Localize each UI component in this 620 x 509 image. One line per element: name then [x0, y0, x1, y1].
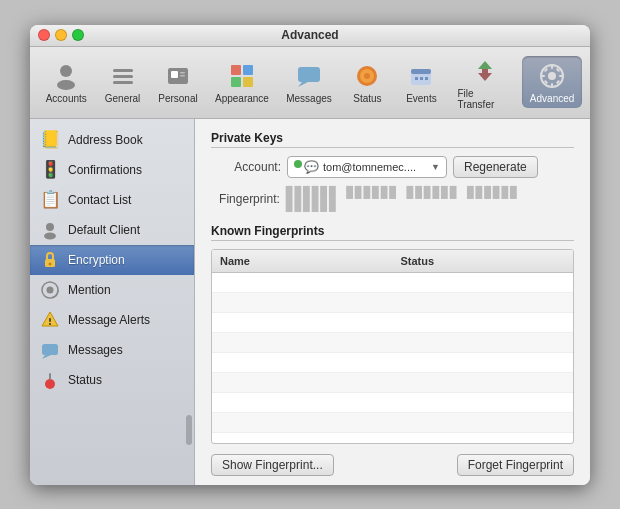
svg-point-46 [45, 379, 55, 389]
svg-rect-10 [243, 65, 253, 75]
account-label: Account: [211, 160, 281, 174]
svg-rect-13 [298, 67, 320, 82]
svg-rect-11 [231, 77, 241, 87]
sidebar-label-encryption: Encryption [68, 253, 125, 267]
sidebar-item-mention[interactable]: Mention [30, 275, 194, 305]
sidebar-label-address-book: Address Book [68, 133, 143, 147]
fingerprint-value: ██████ ██████ ██████ ██████ ██████ [286, 186, 574, 212]
fingerprints-table: Name Status [211, 249, 574, 444]
body: 📒 Address Book 🚦 Confirmations 📋 Contact… [30, 119, 590, 485]
svg-rect-47 [49, 373, 51, 380]
known-fingerprints-title: Known Fingerprints [211, 224, 574, 241]
private-keys-title: Private Keys [211, 131, 574, 148]
toolbar-item-messages[interactable]: Messages [279, 56, 340, 108]
svg-rect-21 [420, 77, 423, 80]
svg-rect-29 [541, 75, 545, 77]
title-bar: Advanced [30, 25, 590, 47]
sidebar-label-messages-sub: Messages [68, 343, 123, 357]
svg-rect-12 [243, 77, 253, 87]
default-client-icon [40, 220, 60, 240]
message-alerts-icon [40, 310, 60, 330]
advanced-icon [536, 60, 568, 92]
svg-point-40 [47, 286, 54, 293]
account-value: tom@tomnemec.... [323, 161, 427, 173]
file-transfer-icon [469, 55, 501, 87]
sidebar-item-encryption[interactable]: Encryption [30, 245, 194, 275]
table-header: Name Status [212, 250, 573, 273]
svg-rect-4 [113, 81, 133, 84]
confirmations-icon: 🚦 [40, 160, 60, 180]
svg-rect-7 [180, 72, 185, 74]
toolbar-item-personal[interactable]: Personal [151, 56, 206, 108]
personal-icon [162, 60, 194, 92]
personal-label: Personal [158, 93, 197, 104]
svg-point-0 [60, 65, 72, 77]
mention-icon [40, 280, 60, 300]
toolbar-item-advanced[interactable]: Advanced [522, 56, 582, 108]
main-content: Private Keys Account: 💬 tom@tomnemec....… [195, 119, 590, 485]
sidebar-label-status-sub: Status [68, 373, 102, 387]
toolbar-item-appearance[interactable]: Appearance [207, 56, 276, 108]
svg-rect-42 [49, 318, 51, 322]
known-fingerprints: Known Fingerprints Name Status [211, 224, 574, 444]
account-select[interactable]: 💬 tom@tomnemec.... ▼ [287, 156, 447, 178]
table-row [212, 293, 573, 313]
events-label: Events [406, 93, 437, 104]
forget-fingerprint-button[interactable]: Forget Fingerprint [457, 454, 574, 476]
sidebar-label-default-client: Default Client [68, 223, 140, 237]
table-row [212, 393, 573, 413]
status-sub-icon [40, 370, 60, 390]
toolbar-item-accounts[interactable]: Accounts [38, 56, 95, 108]
events-icon [405, 60, 437, 92]
regenerate-button[interactable]: Regenerate [453, 156, 538, 178]
svg-point-35 [46, 223, 54, 231]
sidebar-scrollbar[interactable] [186, 415, 192, 445]
maximize-button[interactable] [72, 29, 84, 41]
window-title: Advanced [281, 28, 338, 42]
table-row [212, 373, 573, 393]
bottom-buttons: Show Fingerprint... Forget Fingerprint [211, 454, 574, 476]
encryption-icon [40, 250, 60, 270]
show-fingerprint-button[interactable]: Show Fingerprint... [211, 454, 334, 476]
svg-rect-8 [180, 75, 185, 77]
toolbar: Accounts General [30, 47, 590, 119]
svg-rect-44 [42, 344, 58, 355]
svg-point-36 [44, 232, 56, 239]
svg-point-38 [49, 262, 52, 265]
svg-rect-19 [411, 69, 431, 74]
table-row [212, 333, 573, 353]
sidebar-item-address-book[interactable]: 📒 Address Book [30, 125, 194, 155]
address-book-icon: 📒 [40, 130, 60, 150]
svg-marker-14 [298, 82, 308, 87]
close-button[interactable] [38, 29, 50, 41]
sidebar-label-mention: Mention [68, 283, 111, 297]
table-rows [212, 273, 573, 443]
svg-rect-22 [425, 77, 428, 80]
toolbar-item-events[interactable]: Events [395, 56, 447, 108]
toolbar-item-general[interactable]: General [97, 56, 149, 108]
messages-label: Messages [286, 93, 332, 104]
accounts-label: Accounts [46, 93, 87, 104]
sidebar-item-default-client[interactable]: Default Client [30, 215, 194, 245]
sidebar-item-status-sub[interactable]: Status [30, 365, 194, 395]
minimize-button[interactable] [55, 29, 67, 41]
toolbar-item-status[interactable]: Status [341, 56, 393, 108]
sidebar: 📒 Address Book 🚦 Confirmations 📋 Contact… [30, 119, 195, 485]
toolbar-item-file-transfer[interactable]: File Transfer [449, 51, 520, 114]
fingerprint-label: Fingerprint: [211, 192, 280, 206]
main-window: Advanced Accounts General [30, 25, 590, 485]
account-status-icons: 💬 [294, 160, 319, 174]
fingerprint-row: Fingerprint: ██████ ██████ ██████ ██████… [211, 186, 574, 212]
sidebar-item-confirmations[interactable]: 🚦 Confirmations [30, 155, 194, 185]
svg-marker-24 [478, 69, 492, 81]
table-row [212, 273, 573, 293]
sidebar-label-confirmations: Confirmations [68, 163, 142, 177]
sidebar-item-messages-sub[interactable]: Messages [30, 335, 194, 365]
svg-rect-9 [231, 65, 241, 75]
traffic-lights [38, 29, 84, 41]
sidebar-item-contact-list[interactable]: 📋 Contact List [30, 185, 194, 215]
svg-point-17 [364, 73, 370, 79]
sidebar-item-message-alerts[interactable]: Message Alerts [30, 305, 194, 335]
general-label: General [105, 93, 141, 104]
file-transfer-label: File Transfer [457, 88, 512, 110]
